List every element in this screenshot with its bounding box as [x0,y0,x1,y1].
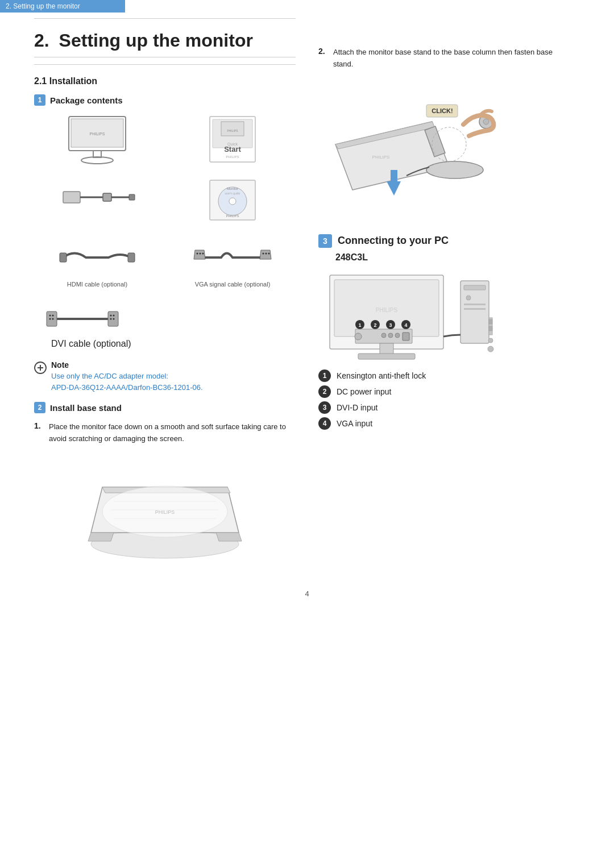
package-item-cable1 [34,177,160,226]
package-grid-cables: HDMI cable (optional) [34,238,296,288]
svg-point-36 [49,318,51,320]
svg-point-37 [52,318,54,320]
svg-rect-94 [489,326,492,331]
svg-text:PHILIPS: PHILIPS [376,307,398,313]
svg-rect-23 [60,253,67,262]
package-item-dvi: DVI cable (optional) [45,299,296,349]
svg-rect-90 [464,304,486,305]
svg-text:3: 3 [389,322,392,328]
cable1-icon [57,177,137,223]
svg-rect-12 [63,192,80,203]
section-divider [34,64,296,65]
connector-label-2: DC power input [337,387,392,396]
svg-text:PHILIPS: PHILIPS [372,155,390,160]
svg-point-59 [426,161,483,178]
top-divider [34,18,296,19]
svg-point-72 [355,333,362,340]
note-symbol-icon [34,362,47,374]
connector-item-3: 3 DVI-D input [318,401,580,414]
svg-marker-25 [194,250,205,259]
svg-point-40 [113,315,115,317]
model-label: 248C3L [335,252,580,263]
svg-text:PHILIPS: PHILIPS [90,132,105,136]
svg-text:Start: Start [224,145,241,153]
package-item-vga: VGA signal cable (optional) [169,238,296,288]
dvi-cable-icon [45,299,119,339]
svg-point-95 [488,346,493,352]
svg-point-42 [113,318,115,320]
step-num-2: 2. [318,47,329,80]
step-badge-3: 3 [318,234,332,248]
package-item-quickstart: PHILIPS Quick Start PHILIPS [169,114,296,168]
svg-rect-93 [489,319,492,324]
step-badge-1: 1 [34,94,45,106]
svg-text:PHILIPS: PHILIPS [226,214,239,218]
package-item-hdmi: HDMI cable (optional) [34,238,160,288]
svg-rect-77 [380,343,393,355]
cdrom-icon: Monitor user's guide PHILIPS [198,177,267,223]
step-text-1: Place the monitor face down on a smooth … [49,421,296,445]
svg-rect-33 [47,312,57,326]
svg-text:Monitor: Monitor [227,187,238,190]
subsection-heading: 2.1 Installation [34,76,296,86]
svg-rect-16 [129,194,135,200]
svg-point-32 [268,253,270,255]
svg-point-75 [395,333,400,338]
svg-marker-29 [260,250,271,259]
svg-point-64 [483,119,489,124]
quickstart-icon: PHILIPS Quick Start PHILIPS [198,114,267,165]
connector-label-3: DVI-D input [337,403,377,412]
install-step-label: 2 Install base stand [34,402,296,413]
svg-point-74 [388,333,393,338]
svg-rect-78 [358,354,415,359]
vga-cable-icon [193,238,272,277]
hdmi-cable-icon [57,238,137,277]
install-step-2: 2. Attach the monitor base stand to the … [318,47,580,80]
svg-marker-50 [216,533,242,541]
note-icon [34,362,47,377]
svg-text:1: 1 [358,322,361,328]
connector-badge-3: 3 [318,401,331,414]
svg-point-35 [52,315,54,317]
note-text: Use only the AC/DC adapter model: APD-DA… [51,371,203,393]
section-title: 2. Setting up the monitor [34,30,296,57]
svg-text:CLICK!: CLICK! [432,107,453,114]
note-content: Note Use only the AC/DC adapter model: A… [51,360,203,393]
svg-rect-14 [103,193,111,201]
monitor-icon: PHILIPS [57,114,137,165]
face-down-illustration: PHILIPS [80,453,250,567]
note-title: Note [51,360,203,369]
connector-item-1: 1 Kensington anti-theft lock [318,369,580,382]
svg-point-96 [488,338,493,343]
svg-point-34 [49,315,51,317]
connector-label-4: VGA input [337,419,372,428]
svg-point-19 [229,198,236,205]
page-number: 4 [0,589,614,609]
connector-badge-1: 1 [318,369,331,382]
svg-text:PHILIPS: PHILIPS [226,155,239,159]
hdmi-label: HDMI cable (optional) [67,281,127,288]
vga-label: VGA signal cable (optional) [195,281,271,288]
svg-point-30 [263,253,264,255]
install-step-1: 1. Place the monitor face down on a smoo… [34,421,296,445]
svg-marker-49 [88,533,114,541]
svg-point-73 [381,333,386,338]
svg-point-31 [265,253,267,255]
back-panel-illustration: PHILIPS 1 2 3 4 [318,269,500,360]
svg-text:PHILIPS: PHILIPS [227,129,238,132]
connecting-heading: 3 Connecting to your PC [318,234,580,248]
connector-item-4: 4 VGA input [318,417,580,430]
svg-text:user's guide: user's guide [225,192,240,195]
svg-rect-66 [391,170,397,182]
package-step-label: 1 Package contents [34,94,296,106]
package-item-monitor: PHILIPS [34,114,160,168]
svg-rect-24 [128,253,135,262]
svg-point-27 [200,253,201,255]
dvi-label: DVI cable (optional) [51,339,131,349]
base-stand-illustration: CLICK! PHILIPS [318,88,500,218]
connector-badge-4: 4 [318,417,331,430]
svg-text:4: 4 [404,322,407,328]
breadcrumb-bar: 2. Setting up the monitor [0,0,125,13]
step-num-1: 1. [34,421,44,445]
package-item-cdrom: Monitor user's guide PHILIPS [169,177,296,226]
